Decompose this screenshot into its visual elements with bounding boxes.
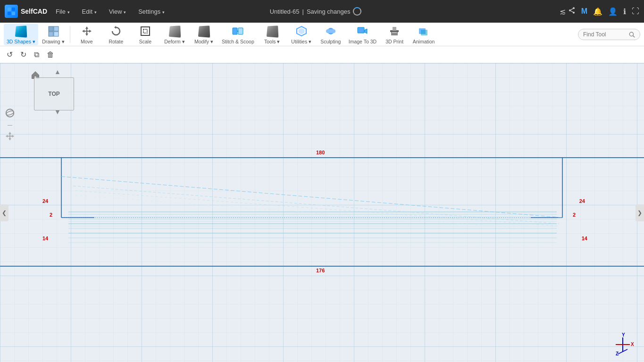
find-tool-input[interactable] xyxy=(583,31,626,38)
grid xyxy=(0,63,644,362)
share-icon[interactable]: ≲️ xyxy=(560,7,575,16)
tool-tools[interactable]: Tools ▾ xyxy=(258,24,286,45)
scale-icon xyxy=(139,25,152,38)
scale-label: Scale xyxy=(139,39,151,44)
svg-point-6 xyxy=(573,12,575,14)
sculpting-label: Sculpting xyxy=(320,39,341,44)
sculpting-icon xyxy=(324,25,337,38)
dim-left-mid: 2 xyxy=(50,212,52,218)
deform-icon xyxy=(168,25,181,38)
delete-button[interactable]: 🗑 xyxy=(45,50,56,60)
dim-right-lower: 14 xyxy=(582,236,587,241)
find-tool-container[interactable] xyxy=(578,29,640,40)
tool-drawing[interactable]: Drawing ▾ xyxy=(39,24,67,45)
saving-status: Saving changes xyxy=(307,8,351,15)
tool-modify[interactable]: Modify ▾ xyxy=(190,24,218,45)
tool-3d-print[interactable]: 3D Print xyxy=(380,24,409,45)
tools-label: Tools ▾ xyxy=(264,39,280,44)
svg-rect-1 xyxy=(12,8,15,11)
orbit-divider: — xyxy=(8,122,12,127)
image-to-3d-label: Image To 3D xyxy=(349,39,376,44)
svg-rect-0 xyxy=(8,8,11,11)
pan-icon[interactable] xyxy=(5,131,15,142)
drawing-icon xyxy=(47,25,60,38)
menu-file[interactable]: File ▾ xyxy=(52,6,74,17)
svg-rect-10 xyxy=(54,26,59,31)
undo-button[interactable]: ↺ xyxy=(5,49,15,60)
copy-button[interactable]: ⧉ xyxy=(32,50,41,60)
deform-label: Deform ▾ xyxy=(164,39,184,44)
app-name: SelfCAD xyxy=(21,8,47,15)
stitch-scoop-icon xyxy=(231,25,244,38)
tool-3d-shapes[interactable]: 3D Shapes ▾ xyxy=(4,24,38,45)
tool-move[interactable]: Move xyxy=(73,24,101,45)
view-arrows: ▲ xyxy=(54,68,61,76)
animation-icon xyxy=(417,25,430,38)
rotate-icon xyxy=(109,25,123,38)
viewport[interactable]: TOP ▲ ▼ — 180 176 24 xyxy=(0,63,644,362)
svg-marker-13 xyxy=(114,26,116,29)
dim-top: 180 xyxy=(316,150,325,155)
svg-text:Y: Y xyxy=(622,333,625,337)
view-arrows-down: ▼ xyxy=(54,108,61,116)
m-icon[interactable]: M xyxy=(581,7,587,16)
view-cube-face: TOP xyxy=(34,77,74,110)
collapse-right-button[interactable]: ❯ xyxy=(636,204,644,221)
user-icon[interactable]: 👤 xyxy=(608,7,618,16)
tool-sculpting[interactable]: Sculpting xyxy=(317,24,345,45)
svg-line-7 xyxy=(570,11,573,12)
topbar-icons: ≲️ M 🔔 👤 ℹ ⛶ xyxy=(560,7,639,16)
svg-rect-2 xyxy=(8,12,11,15)
title-area: Untitled-65 | Saving changes xyxy=(270,7,362,16)
dim-right-mid: 2 xyxy=(573,212,576,218)
topbar: SelfCAD File ▾ Edit ▾ View ▾ Settings ▾ … xyxy=(0,0,644,23)
edit-toolbar: ↺ ↻ ⧉ 🗑 xyxy=(0,46,644,63)
move-label: Move xyxy=(81,39,93,44)
tool-image-to-3d[interactable]: Image To 3D xyxy=(346,24,379,45)
svg-text:X: X xyxy=(631,342,634,347)
fullscreen-icon[interactable]: ⛶ xyxy=(632,7,639,16)
tool-stitch-scoop[interactable]: Stitch & Scoop xyxy=(219,24,257,45)
svg-rect-33 xyxy=(0,63,644,362)
stitch-scoop-label: Stitch & Scoop xyxy=(222,39,254,44)
menu-edit[interactable]: Edit ▾ xyxy=(78,6,100,17)
3d-shapes-icon xyxy=(14,25,27,38)
redo-button[interactable]: ↻ xyxy=(18,49,28,60)
svg-rect-17 xyxy=(238,28,243,34)
view-cube[interactable]: TOP ▲ ▼ xyxy=(28,68,75,110)
svg-point-56 xyxy=(6,109,14,117)
tool-deform[interactable]: Deform ▾ xyxy=(160,24,189,45)
app-logo[interactable]: SelfCAD xyxy=(5,5,47,18)
svg-rect-15 xyxy=(141,27,150,35)
bell-icon[interactable]: 🔔 xyxy=(593,7,602,16)
dim-bottom: 176 xyxy=(316,268,325,273)
orbit-icon[interactable] xyxy=(5,108,15,118)
rotate-label: Rotate xyxy=(109,39,123,44)
image-to-3d-icon xyxy=(356,25,369,38)
3d-print-icon xyxy=(388,25,401,38)
svg-rect-29 xyxy=(421,30,427,35)
search-icon xyxy=(628,31,635,38)
dim-left-upper: 24 xyxy=(42,198,48,204)
collapse-left-button[interactable]: ❮ xyxy=(0,204,8,221)
svg-line-31 xyxy=(633,35,635,37)
info-icon[interactable]: ℹ xyxy=(623,7,626,16)
tool-animation[interactable]: Animation xyxy=(410,24,438,45)
saving-spinner xyxy=(353,7,361,16)
menu-settings[interactable]: Settings ▾ xyxy=(134,6,168,17)
animation-label: Animation xyxy=(413,39,435,44)
svg-marker-23 xyxy=(364,29,367,34)
utilities-icon xyxy=(295,25,308,38)
menu-view[interactable]: View ▾ xyxy=(105,6,130,17)
svg-marker-20 xyxy=(299,28,304,34)
tool-rotate[interactable]: Rotate xyxy=(102,24,130,45)
svg-point-5 xyxy=(569,9,571,11)
logo-icon xyxy=(5,5,18,18)
tool-scale[interactable]: Scale xyxy=(131,24,159,45)
svg-rect-11 xyxy=(49,32,53,36)
tools-icon xyxy=(266,25,279,38)
svg-rect-26 xyxy=(393,27,396,31)
nav-left: — xyxy=(5,108,15,142)
tool-utilities[interactable]: Utilities ▾ xyxy=(287,24,316,45)
svg-rect-9 xyxy=(49,26,53,31)
